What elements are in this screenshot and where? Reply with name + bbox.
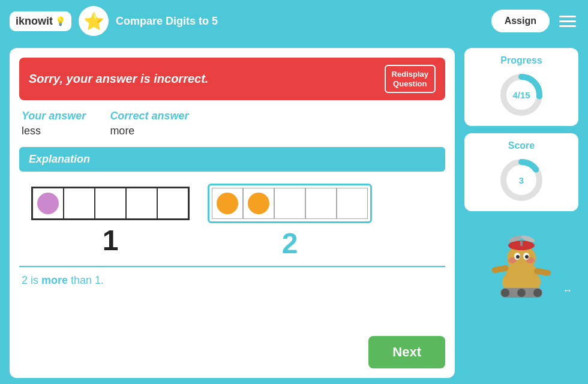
incorrect-banner: Sorry, your answer is incorrect. Redispl… (19, 58, 445, 100)
sentence-suffix: than 1. (68, 274, 104, 286)
svg-point-18 (501, 289, 509, 297)
right-grid-container: 2 (208, 184, 372, 260)
purple-circle (37, 193, 59, 214)
score-card: Score 3 (464, 133, 578, 211)
correct-answer-col: Correct answer more (110, 110, 188, 137)
right-cell-5 (337, 188, 368, 219)
left-grid (31, 187, 190, 220)
mascot-svg (482, 223, 560, 301)
divider (19, 266, 445, 267)
svg-rect-21 (491, 265, 509, 274)
right-number: 2 (282, 227, 298, 260)
menu-line-2 (559, 20, 576, 22)
main-layout: Sorry, your answer is incorrect. Redispl… (0, 42, 588, 384)
orange-circle-1 (217, 193, 238, 214)
logo: iknowit 💡 (10, 11, 71, 31)
right-cell-3 (274, 188, 305, 219)
menu-line-3 (559, 25, 576, 27)
progress-donut: 4/15 (497, 71, 545, 119)
lesson-title: Compare Digits to 5 (116, 15, 484, 28)
back-arrow-icon[interactable]: ↔ (559, 282, 576, 299)
content-area: Sorry, your answer is incorrect. Redispl… (10, 48, 455, 378)
progress-title: Progress (500, 55, 542, 66)
star-circle: ⭐ (79, 6, 109, 36)
menu-line-1 (559, 16, 576, 17)
progress-label: 4/15 (512, 90, 530, 100)
left-cell-4 (126, 188, 157, 219)
correct-answer-value: more (110, 125, 134, 137)
svg-point-19 (517, 289, 526, 297)
explanation-sentence: 2 is more than 1. (19, 274, 445, 287)
assign-button[interactable]: Assign (491, 10, 550, 32)
right-cell-2 (243, 188, 274, 219)
menu-button[interactable] (557, 13, 578, 29)
sentence-bold: more (41, 274, 68, 286)
logo-text: iknowit (16, 15, 53, 28)
explanation-header: Explanation (19, 147, 445, 172)
left-cell-3 (95, 188, 126, 219)
left-cell-1 (32, 188, 64, 219)
right-cell-4 (305, 188, 337, 219)
svg-point-11 (516, 255, 520, 259)
left-cell-2 (64, 188, 95, 219)
progress-card: Progress 4/15 (464, 48, 578, 126)
sentence-prefix: 2 is (22, 274, 41, 286)
your-answer-col: Your answer less (22, 110, 86, 137)
svg-rect-14 (520, 240, 523, 246)
star-icon: ⭐ (83, 11, 104, 31)
right-grid (208, 184, 372, 223)
sidebar: Progress 4/15 Score 3 (464, 48, 578, 378)
redisplay-button[interactable]: RedisplayQuestion (385, 65, 436, 93)
left-grid-container: 1 (31, 187, 190, 257)
score-title: Score (508, 140, 535, 151)
incorrect-text: Sorry, your answer is incorrect. (29, 72, 208, 86)
header: iknowit 💡 ⭐ Compare Digits to 5 Assign (0, 0, 588, 42)
answer-row: Your answer less Correct answer more (19, 110, 445, 137)
bulb-icon: 💡 (55, 16, 65, 26)
score-donut: 3 (497, 156, 545, 204)
your-answer-label: Your answer (22, 110, 86, 122)
svg-point-12 (525, 255, 529, 259)
mascot-area: ↔ (464, 223, 578, 301)
grids-row: 1 2 (19, 184, 445, 260)
your-answer-value: less (22, 125, 41, 137)
score-value: 3 (519, 175, 524, 185)
left-cell-5 (157, 188, 188, 219)
next-button[interactable]: Next (368, 336, 445, 368)
orange-circle-2 (248, 193, 269, 214)
svg-point-20 (533, 289, 542, 297)
right-cell-1 (212, 188, 243, 219)
correct-answer-label: Correct answer (110, 110, 188, 122)
left-number: 1 (103, 224, 119, 257)
